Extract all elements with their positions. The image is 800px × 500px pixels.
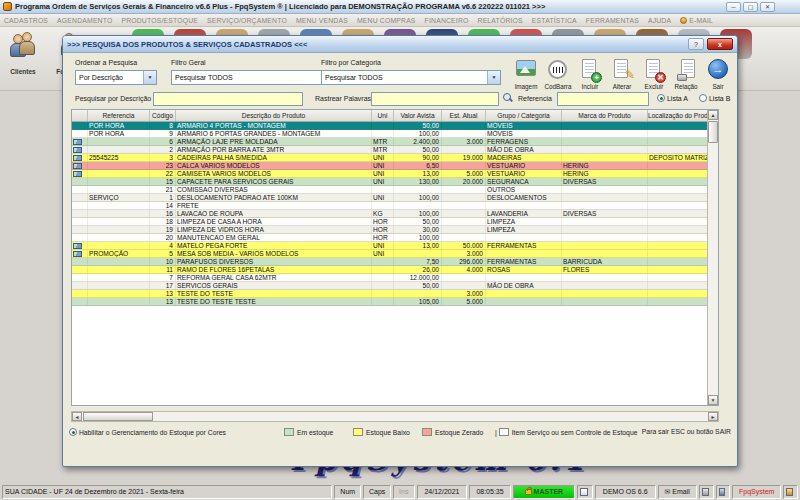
status-panel-ins: Ins [393, 485, 415, 499]
table-row[interactable]: PROMOÇÃO5MESA SOB MEDIA - VARIOS MODELOS… [72, 250, 708, 258]
menu-item-menu-vendas[interactable]: MENU VENDAS [296, 17, 348, 24]
minimize-button[interactable]: ─ [726, 2, 741, 12]
dialog-titlebar: >>> PESQUISA DOS PRODUTOS & SERVIÇOS CAD… [63, 36, 737, 53]
cell-marca: DIVERSAS [562, 210, 648, 217]
cell-est-atual: 20.000 [442, 178, 486, 185]
table-row[interactable]: 16LAVACAO DE ROUPAKG100,00LAVANDERIADIVE… [72, 210, 708, 218]
table-row[interactable]: 17SERVICOS GERAIS50,00MÃO DE OBRA [72, 282, 708, 290]
add-document-icon: + [579, 58, 601, 82]
toolbar-button-clientes[interactable]: Clientes [2, 29, 44, 83]
chevron-down-icon[interactable]: ▼ [143, 71, 156, 84]
cell-est-atual [442, 146, 486, 153]
header-cell[interactable]: Est. Atual [442, 110, 486, 121]
table-row[interactable]: 22CAMISETA VARIOS MODELOSUNI13,005.000VE… [72, 170, 708, 178]
button-label: Sair [712, 83, 723, 90]
table-row[interactable]: 6ARMAÇÃO LAJE PRE MOLDADAMTR2.400,003.00… [72, 138, 708, 146]
table-row[interactable]: 19LIMPEZA DE VIDROS HORAHOR30,00LIMPEZA [72, 226, 708, 234]
lista-a-radio[interactable]: Lista A [657, 94, 688, 102]
menu-item-estat-stica[interactable]: ESTATÍSTICA [532, 17, 577, 24]
menu-item-produtos-estoque[interactable]: PRODUTOS/ESTOQUE [121, 17, 198, 24]
menu-item-agendamento[interactable]: AGENDAMENTO [57, 17, 112, 24]
header-cell[interactable]: Grupo / Categoria [486, 110, 562, 121]
header-cell[interactable]: Localização do Produto [648, 110, 708, 121]
table-row[interactable]: SERVIÇO1DESLOCAMENTO PADRAO ATE 100KMUNI… [72, 194, 708, 202]
menu-item-ferramentas[interactable]: FERRAMENTAS [586, 17, 639, 24]
chevron-down-icon[interactable]: ▼ [487, 71, 500, 84]
table-row[interactable]: 13TESTE DO TESTE3.000 [72, 290, 708, 298]
header-cell[interactable]: Descrição do Produto [176, 110, 372, 121]
scrollbar-thumb[interactable] [83, 412, 153, 421]
habilitar-estoque-radio[interactable]: Habilitar o Gerenciamento do Estoque por… [69, 428, 226, 436]
menu-item-ajuda[interactable]: AJUDA [648, 17, 671, 24]
dialog-close-button[interactable]: x [707, 38, 733, 50]
vertical-scrollbar[interactable]: ▲ ▼ [707, 110, 718, 405]
status-panel [716, 485, 731, 499]
cell-codigo: 23 [150, 162, 176, 169]
status-panel-24-12-2021: 24/12/2021 [417, 485, 468, 499]
ordenar-value: Por Descrição [79, 74, 123, 81]
cell-grupo: DESLOCAMENTOS [486, 194, 562, 201]
cell-referencia: SERVIÇO [88, 194, 150, 201]
table-row[interactable]: POR HORA8ARMARIO 4 PORTAS - MONTAGEM50,0… [72, 122, 708, 130]
cell-image-indicator [72, 178, 88, 185]
status-panel [577, 485, 593, 499]
product-image-icon [73, 243, 82, 249]
cell-grupo: SEGURANCA [486, 178, 562, 185]
table-row[interactable]: 15CAPACETE PARA SERVICOS GERAISUNI130,00… [72, 178, 708, 186]
menu-item-menu-compras[interactable]: MENU COMPRAS [357, 17, 416, 24]
table-row[interactable]: 10PARAFUSOS DIVERSOS7,50296.000FERRAMENT… [72, 258, 708, 266]
lista-b-radio[interactable]: Lista B [699, 94, 730, 102]
table-row[interactable]: 23CALCA VARIOS MODELOSUNI6,50VESTUARIOHE… [72, 162, 708, 170]
cell-uni [372, 298, 394, 305]
cell-codigo: 14 [150, 202, 176, 209]
cell-localizacao [648, 266, 708, 273]
button-imagem[interactable]: Imagem [511, 56, 541, 100]
pesquisar-descricao-input[interactable] [153, 92, 303, 106]
header-cell[interactable]: Valor Avista [394, 110, 442, 121]
table-row[interactable]: 21COMISSAO DIVERSASOUTROS [72, 186, 708, 194]
table-row[interactable]: 13TESTE DO TESTE TESTE105,005.000 [72, 298, 708, 306]
table-row[interactable]: 14FRETE [72, 202, 708, 210]
table-row[interactable]: 18LIMPEZA DE CASA A HORAHOR50,00LIMPEZA [72, 218, 708, 226]
scroll-down-icon[interactable]: ▼ [708, 395, 718, 405]
header-cell[interactable]: Uni [372, 110, 394, 121]
table-row[interactable]: 20MANUTENCAO EM GERALHOR100,00 [72, 234, 708, 242]
rastrear-input[interactable] [371, 92, 499, 106]
header-cell[interactable]: Marca do Produto [562, 110, 648, 121]
menu-item-e-mail[interactable]: E-MAIL [680, 17, 713, 24]
referencia-input[interactable] [557, 92, 649, 106]
menu-item-financeiro[interactable]: FINANCEIRO [425, 17, 469, 24]
header-cell[interactable]: Código [150, 110, 176, 121]
menu-item-servi-o-or-amento[interactable]: SERVIÇO/ORÇAMENTO [207, 17, 287, 24]
table-row[interactable]: 4MATELO PEGA FORTEUNI13,0050.000FERRAMEN… [72, 242, 708, 250]
cell-marca [562, 186, 648, 193]
status-panel-email[interactable]: ✉ Email [658, 485, 697, 499]
cell-grupo: FERRAGENS [486, 138, 562, 145]
cell-codigo: 7 [150, 274, 176, 281]
menu-item-relat-rios[interactable]: RELATÓRIOS [478, 17, 523, 24]
horizontal-scrollbar[interactable]: ◄ ► [71, 411, 719, 422]
filtro-categoria-combobox[interactable]: Pesquisar TODOS ▼ [321, 70, 501, 85]
cell-descricao: LIMPEZA DE VIDROS HORA [176, 226, 372, 233]
scroll-left-icon[interactable]: ◄ [72, 412, 82, 421]
scroll-up-icon[interactable]: ▲ [708, 110, 718, 120]
filtro-geral-label: Filtro Geral [171, 59, 206, 66]
cell-descricao: ARMAÇÃO POR BARRA ATE 3MTR [176, 146, 372, 153]
header-cell[interactable]: Referencia [88, 110, 150, 121]
scrollbar-thumb[interactable] [708, 121, 718, 143]
table-row[interactable]: 2ARMAÇÃO POR BARRA ATE 3MTRMTR50,00MÃO D… [72, 146, 708, 154]
cell-valor-avista: 50,00 [394, 282, 442, 289]
table-row[interactable]: 11RAMO DE FLORES 16PETALAS26,004.000ROSA… [72, 266, 708, 274]
cell-uni: KG [372, 210, 394, 217]
scroll-right-icon[interactable]: ► [708, 412, 718, 421]
clients-icon [10, 32, 36, 66]
table-row[interactable]: 255452253CADEIRAS PALHA S/MEDIDAUNI90,00… [72, 154, 708, 162]
close-button[interactable]: ✕ [760, 2, 775, 12]
dialog-help-button[interactable]: ? [688, 38, 704, 50]
ordenar-combobox[interactable]: Por Descrição ▼ [75, 70, 157, 85]
table-row[interactable]: 7REFORMA GERAL CASA 62MTR12.000,00 [72, 274, 708, 282]
search-icon[interactable] [503, 93, 513, 103]
table-row[interactable]: POR HORA9ARMARIO 6 PORTAS GRANDES - MONT… [72, 130, 708, 138]
maximize-button[interactable]: ▢ [743, 2, 758, 12]
menu-item-cadastros[interactable]: CADASTROS [4, 17, 48, 24]
